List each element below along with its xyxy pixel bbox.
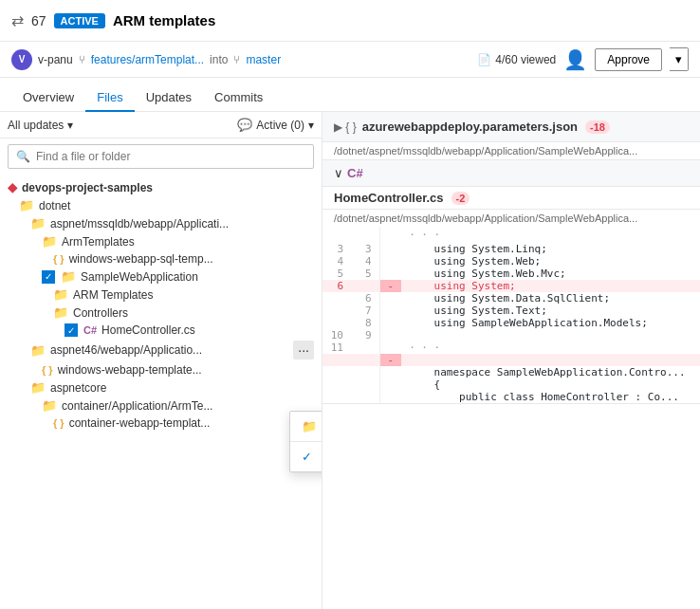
tree-item-label: ARM Templates xyxy=(73,288,153,302)
file-tree-sidebar: All updates ▾ 💬 Active (0) ▾ 🔍 ◆ devops-… xyxy=(0,112,322,609)
sub-header: V v-panu ⑂ features/armTemplat... into ⑂… xyxy=(0,42,700,78)
branch-to[interactable]: master xyxy=(246,53,281,66)
tree-item-label: aspnet46/webapp/Applicatio... xyxy=(50,343,202,357)
menu-item-view-explorer[interactable]: 📁 View in file explorer xyxy=(290,412,322,441)
tree-item-controllers[interactable]: 📁 Controllers xyxy=(0,304,322,322)
tree-item-label: devops-project-samples xyxy=(22,181,153,194)
file-header-cs: HomeController.cs -2 xyxy=(322,187,700,210)
code-row: { xyxy=(322,378,700,391)
folder-icon: 📁 xyxy=(30,380,46,395)
tree-item-label: Controllers xyxy=(73,306,128,320)
pr-title: ARM templates xyxy=(113,12,215,28)
tree-item-homecontroller[interactable]: ✓ C# HomeController.cs xyxy=(0,322,322,339)
cs-icon: C# xyxy=(83,324,97,336)
file-section-json: ▶ { } azurewebappdeploy.parameters.json … xyxy=(322,112,700,160)
code-row: 7 using System.Text; xyxy=(322,304,700,317)
tree-item-aspnet46[interactable]: 📁 aspnet46/webapp/Applicatio... ··· xyxy=(0,339,322,361)
code-row: 5 5 using System.Web.Mvc; xyxy=(322,268,700,280)
json-icon-3: { } xyxy=(53,417,64,429)
collapse-icon[interactable]: ▶ { } xyxy=(334,120,357,134)
repo-icon: ◆ xyxy=(8,180,17,194)
folder-icon: 📁 xyxy=(42,398,57,413)
dots-code: · · · xyxy=(401,227,700,243)
checkmark-icon: ✓ xyxy=(302,450,317,464)
context-menu-button[interactable]: ··· xyxy=(293,341,314,360)
lang-header-cs: ∨ C# xyxy=(322,160,700,187)
folder-icon: 📁 xyxy=(302,419,317,434)
cs-lang-icon: C# xyxy=(347,166,363,180)
all-updates-filter[interactable]: All updates ▾ xyxy=(8,119,73,132)
search-icon: 🔍 xyxy=(16,150,30,163)
checked-icon: ✓ xyxy=(42,270,55,284)
code-row: 8 using SampleWebApplication.Models; xyxy=(322,317,700,329)
code-row-del2: - xyxy=(322,354,700,366)
branch-info: V v-panu ⑂ features/armTemplat... into ⑂… xyxy=(11,49,281,70)
header-right: 📄 4/60 viewed 👤 Approve ▾ xyxy=(477,47,689,71)
nav-tabs: Overview Files Updates Commits xyxy=(0,78,700,112)
tab-commits[interactable]: Commits xyxy=(203,84,274,112)
tree-item-aspnet[interactable]: 📁 aspnet/mssqldb/webapp/Applicati... xyxy=(0,214,322,232)
tree-item-container[interactable]: 📁 container/Application/ArmTe... xyxy=(0,397,322,415)
avatar: V xyxy=(11,49,32,70)
tree-item-dotnet[interactable]: 📁 dotnet xyxy=(0,196,322,214)
main-layout: All updates ▾ 💬 Active (0) ▾ 🔍 ◆ devops-… xyxy=(0,112,700,609)
comment-icon: 💬 xyxy=(237,118,252,132)
tree-item-repo[interactable]: ◆ devops-project-samples xyxy=(0,178,322,196)
tree-item-container-webapp[interactable]: { } container-webapp-templat... xyxy=(0,415,322,432)
diff-badge-cs: -2 xyxy=(451,192,470,205)
tree-item-armtemplates[interactable]: 📁 ArmTemplates xyxy=(0,232,322,250)
code-panel: ▶ { } azurewebappdeploy.parameters.json … xyxy=(322,112,700,609)
active-comments-filter[interactable]: 💬 Active (0) ▾ xyxy=(237,118,314,132)
file-section-cs: ∨ C# HomeController.cs -2 /dotnet/aspnet… xyxy=(322,160,700,404)
tree-item-label: aspnet/mssqldb/webapp/Applicati... xyxy=(50,217,229,231)
file-search-box[interactable]: 🔍 xyxy=(8,144,314,169)
tab-updates[interactable]: Updates xyxy=(135,84,203,112)
search-input[interactable] xyxy=(36,150,305,163)
code-row: 4 4 using System.Web; xyxy=(322,255,700,268)
folder-icon: 📁 xyxy=(53,305,68,320)
code-row: 6 using System.Data.SqlClient; xyxy=(322,292,700,304)
into-label: into xyxy=(210,53,228,66)
approve-button[interactable]: Approve xyxy=(595,48,662,71)
branch-from[interactable]: features/armTemplat... xyxy=(91,53,204,66)
tree-item-label: ArmTemplates xyxy=(62,235,135,249)
file-header-json: ▶ { } azurewebappdeploy.parameters.json … xyxy=(322,112,700,142)
file-name-cs: HomeController.cs xyxy=(334,191,444,205)
approve-dropdown-button[interactable]: ▾ xyxy=(670,47,689,71)
file-path-cs: /dotnet/aspnet/mssqldb/webapp/Applicatio… xyxy=(322,210,700,227)
branch-icon-2: ⑂ xyxy=(233,53,240,66)
menu-item-mark-reviewed[interactable]: ✓ Mark as reviewed xyxy=(290,442,322,471)
expand-icon[interactable]: ∨ xyxy=(334,166,343,180)
tree-item-label: HomeController.cs xyxy=(101,323,195,337)
tree-item-arm-templates[interactable]: 📁 ARM Templates xyxy=(0,286,322,304)
folder-icon: 📁 xyxy=(30,216,46,231)
tab-overview[interactable]: Overview xyxy=(11,84,85,112)
file-icon: 📄 xyxy=(477,53,491,66)
tree-item-label: SampleWebApplication xyxy=(81,270,198,284)
tree-item-windows-sql[interactable]: { } windows-webapp-sql-temp... xyxy=(0,250,322,268)
code-table: · · · 3 3 using System.Linq; 4 4 using S… xyxy=(322,227,700,403)
tree-item-label: windows-webapp-sql-temp... xyxy=(69,252,213,266)
branch-icon: ⑂ xyxy=(79,53,85,66)
code-row: namespace SampleWebApplication.Contro... xyxy=(322,366,700,378)
tab-files[interactable]: Files xyxy=(85,84,134,112)
file-path-json: /dotnet/aspnet/mssqldb/webapp/Applicatio… xyxy=(322,142,700,159)
pr-number: 67 xyxy=(31,13,46,28)
pr-icon: ⇄ xyxy=(11,11,24,29)
tree-item-aspnetcore[interactable]: 📁 aspnetcore xyxy=(0,378,322,397)
viewed-count: 📄 4/60 viewed xyxy=(477,53,556,66)
chevron-down-icon: ▾ xyxy=(67,119,73,132)
diff-badge-json: -18 xyxy=(585,120,610,134)
tree-item-label: dotnet xyxy=(39,199,70,212)
top-header: ⇄ 67 ACTIVE ARM templates xyxy=(0,0,700,42)
chevron-down-icon-2: ▾ xyxy=(308,119,314,132)
tree-item-label: container-webapp-templat... xyxy=(69,416,211,430)
user-icon: 👤 xyxy=(563,48,587,71)
folder-icon: 📁 xyxy=(30,343,46,358)
tree-item-samplewebapp[interactable]: ✓ 📁 SampleWebApplication xyxy=(0,268,322,286)
folder-icon: 📁 xyxy=(19,198,34,212)
tree-item-label: windows-webapp-template... xyxy=(58,363,202,377)
code-row-dots2: 11 · · · xyxy=(322,341,700,354)
context-menu: 📁 View in file explorer ✓ Mark as review… xyxy=(289,411,322,472)
tree-item-windows-template[interactable]: { } windows-webapp-template... xyxy=(0,361,322,378)
